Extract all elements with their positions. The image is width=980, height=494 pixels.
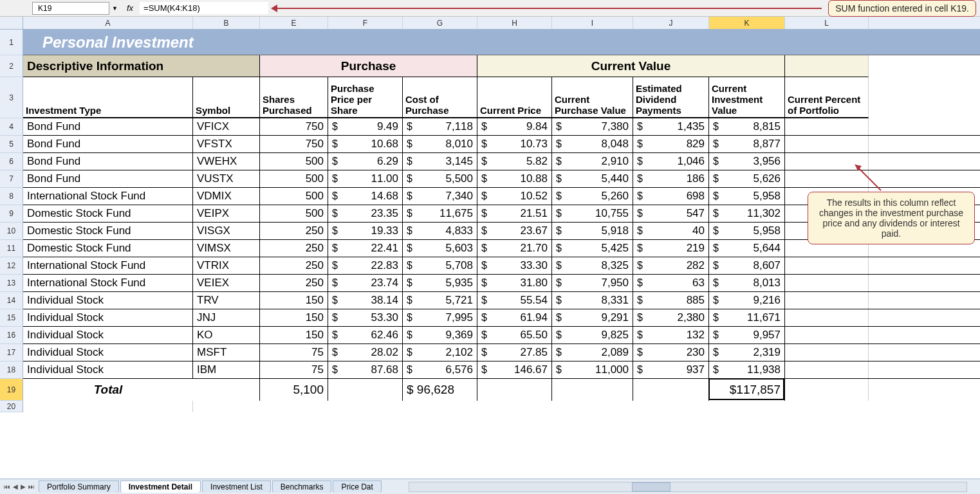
cell-K6[interactable]: $3,956 — [709, 153, 785, 170]
total-L[interactable] — [785, 379, 869, 401]
cell-H5[interactable]: $10.73 — [477, 136, 552, 152]
cell-I14[interactable]: $8,331 — [552, 292, 633, 309]
cell-I10[interactable]: $5,918 — [552, 223, 633, 239]
select-all-corner[interactable] — [0, 17, 23, 29]
row-header-3[interactable]: 3 — [0, 77, 23, 118]
cell-A14[interactable]: Individual Stock — [23, 292, 193, 309]
formula-input[interactable]: =SUM(K4:K18) — [140, 2, 268, 14]
cell-J16[interactable]: $132 — [633, 327, 709, 343]
cell-A11[interactable]: Domestic Stock Fund — [23, 240, 193, 257]
cell-H13[interactable]: $31.80 — [477, 275, 552, 291]
cell-F4[interactable]: $9.49 — [328, 118, 403, 135]
row-header-19[interactable]: 19 — [0, 379, 23, 401]
cell-H18[interactable]: $146.67 — [477, 361, 552, 378]
total-B[interactable] — [193, 379, 260, 401]
cell-A4[interactable]: Bond Fund — [23, 118, 193, 135]
cell-E17[interactable]: 75 — [260, 344, 328, 361]
cell-J4[interactable]: $1,435 — [633, 118, 709, 135]
row-header-5[interactable]: 5 — [0, 136, 23, 153]
cell-G15[interactable]: $7,995 — [403, 309, 477, 326]
cell-E12[interactable]: 250 — [260, 257, 328, 274]
cell-A8[interactable]: International Stock Fund — [23, 188, 193, 205]
cell-E7[interactable]: 500 — [260, 170, 328, 187]
cell-E13[interactable]: 250 — [260, 275, 328, 291]
cell-H12[interactable]: $33.30 — [477, 257, 552, 274]
cell-E16[interactable]: 150 — [260, 327, 328, 343]
cell-B15[interactable]: JNJ — [193, 309, 260, 326]
cell-J17[interactable]: $230 — [633, 344, 709, 361]
cell-H15[interactable]: $61.94 — [477, 309, 552, 326]
col-header-G[interactable]: G — [403, 17, 477, 29]
cell-J11[interactable]: $219 — [633, 240, 709, 257]
row-header-15[interactable]: 15 — [0, 309, 23, 327]
cell-E8[interactable]: 500 — [260, 188, 328, 205]
cell-J5[interactable]: $829 — [633, 136, 709, 152]
cell-L12[interactable] — [785, 257, 869, 274]
cell-H10[interactable]: $23.67 — [477, 223, 552, 239]
row-header-6[interactable]: 6 — [0, 153, 23, 170]
cell-L7[interactable] — [785, 170, 869, 187]
cell-J14[interactable]: $885 — [633, 292, 709, 309]
cell-J18[interactable]: $937 — [633, 361, 709, 378]
name-box[interactable]: K19 — [32, 2, 109, 15]
cell-L4[interactable] — [785, 118, 869, 135]
cell-I7[interactable]: $5,440 — [552, 170, 633, 187]
cell-I11[interactable]: $5,425 — [552, 240, 633, 257]
cell-L14[interactable] — [785, 292, 869, 309]
row-header-16[interactable]: 16 — [0, 327, 23, 344]
cell-F15[interactable]: $53.30 — [328, 309, 403, 326]
cell-A9[interactable]: Domestic Stock Fund — [23, 205, 193, 222]
cell-A16[interactable]: Individual Stock — [23, 327, 193, 343]
cell-B7[interactable]: VUSTX — [193, 170, 260, 187]
row-header-11[interactable]: 11 — [0, 240, 23, 257]
cell-G14[interactable]: $5,721 — [403, 292, 477, 309]
cell-I8[interactable]: $5,260 — [552, 188, 633, 205]
row-header-17[interactable]: 17 — [0, 344, 23, 361]
cell-J12[interactable]: $282 — [633, 257, 709, 274]
cell-K11[interactable]: $5,644 — [709, 240, 785, 257]
cell-L5[interactable] — [785, 136, 869, 152]
cell-B4[interactable]: VFICX — [193, 118, 260, 135]
col-header-I[interactable]: I — [552, 17, 633, 29]
cell-E9[interactable]: 500 — [260, 205, 328, 222]
cell-B6[interactable]: VWEHX — [193, 153, 260, 170]
cell-A12[interactable]: International Stock Fund — [23, 257, 193, 274]
cell-B5[interactable]: VFSTX — [193, 136, 260, 152]
cell-H17[interactable]: $27.85 — [477, 344, 552, 361]
cell-L17[interactable] — [785, 344, 869, 361]
cell-A15[interactable]: Individual Stock — [23, 309, 193, 326]
cell-B9[interactable]: VEIPX — [193, 205, 260, 222]
cell-J6[interactable]: $1,046 — [633, 153, 709, 170]
total-J[interactable] — [633, 379, 709, 401]
cell-B18[interactable]: IBM — [193, 361, 260, 378]
cell-J13[interactable]: $63 — [633, 275, 709, 291]
cell-F5[interactable]: $10.68 — [328, 136, 403, 152]
col-header-J[interactable]: J — [633, 17, 709, 29]
cell-K4[interactable]: $8,815 — [709, 118, 785, 135]
cell-K15[interactable]: $11,671 — [709, 309, 785, 326]
cell-empty[interactable] — [23, 401, 193, 412]
name-box-dropdown-icon[interactable]: ▼ — [109, 5, 120, 12]
cell-L15[interactable] — [785, 309, 869, 326]
cell-F14[interactable]: $38.14 — [328, 292, 403, 309]
cell-J9[interactable]: $547 — [633, 205, 709, 222]
row-header-8[interactable]: 8 — [0, 188, 23, 205]
cell-K10[interactable]: $5,958 — [709, 223, 785, 239]
cell-J7[interactable]: $186 — [633, 170, 709, 187]
row-header-1[interactable]: 1 — [0, 30, 23, 55]
col-header-L[interactable]: L — [785, 17, 869, 29]
cell-I4[interactable]: $7,380 — [552, 118, 633, 135]
cell-G7[interactable]: $5,500 — [403, 170, 477, 187]
cell-H14[interactable]: $55.54 — [477, 292, 552, 309]
cell-H11[interactable]: $21.70 — [477, 240, 552, 257]
cell-F6[interactable]: $6.29 — [328, 153, 403, 170]
cell-K5[interactable]: $8,877 — [709, 136, 785, 152]
row-header-7[interactable]: 7 — [0, 170, 23, 188]
cell-E10[interactable]: 250 — [260, 223, 328, 239]
cell-J8[interactable]: $698 — [633, 188, 709, 205]
cell-I13[interactable]: $7,950 — [552, 275, 633, 291]
cell-B13[interactable]: VEIEX — [193, 275, 260, 291]
col-header-B[interactable]: B — [193, 17, 260, 29]
cell-G18[interactable]: $6,576 — [403, 361, 477, 378]
cell-G13[interactable]: $5,935 — [403, 275, 477, 291]
